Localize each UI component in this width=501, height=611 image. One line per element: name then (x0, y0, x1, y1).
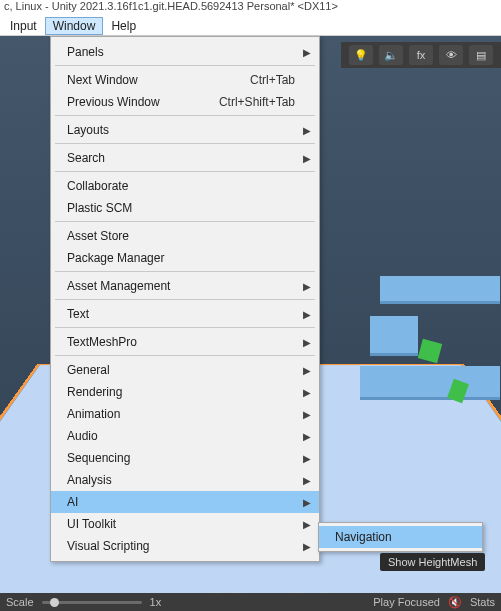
menu-item-label: AI (67, 495, 78, 509)
menu-item-ai[interactable]: AI▶ (51, 491, 319, 513)
submenu-item-navigation[interactable]: Navigation (319, 526, 482, 548)
chevron-right-icon: ▶ (303, 497, 311, 508)
menu-item-plastic-scm[interactable]: Plastic SCM (51, 197, 319, 219)
menu-item-label: Animation (67, 407, 120, 421)
menu-item-label: Panels (67, 45, 104, 59)
play-focused-button[interactable]: Play Focused (373, 596, 440, 608)
menu-item-label: Analysis (67, 473, 112, 487)
menu-item-label: Visual Scripting (67, 539, 150, 553)
mute-audio-icon[interactable]: 🔇 (448, 596, 462, 609)
menu-input[interactable]: Input (2, 17, 45, 35)
stats-button[interactable]: Stats (470, 596, 495, 608)
menu-item-analysis[interactable]: Analysis▶ (51, 469, 319, 491)
menu-item-collaborate[interactable]: Collaborate (51, 175, 319, 197)
chevron-right-icon: ▶ (303, 519, 311, 530)
menu-item-label: Rendering (67, 385, 122, 399)
audio-icon[interactable]: 🔈 (379, 45, 403, 65)
menu-bar: Input Window Help (0, 16, 501, 36)
menu-item-label: Search (67, 151, 105, 165)
chevron-right-icon: ▶ (303, 47, 311, 58)
chevron-right-icon: ▶ (303, 309, 311, 320)
chevron-right-icon: ▶ (303, 431, 311, 442)
layers-icon[interactable]: ▤ (469, 45, 493, 65)
menu-item-search[interactable]: Search▶ (51, 147, 319, 169)
menu-item-label: General (67, 363, 110, 377)
eye-icon[interactable]: 👁 (439, 45, 463, 65)
chevron-right-icon: ▶ (303, 337, 311, 348)
menu-item-rendering[interactable]: Rendering▶ (51, 381, 319, 403)
obstacle (370, 316, 418, 356)
menu-item-asset-management[interactable]: Asset Management▶ (51, 275, 319, 297)
menu-item-ui-toolkit[interactable]: UI Toolkit▶ (51, 513, 319, 535)
menu-help[interactable]: Help (103, 17, 144, 35)
menu-item-textmeshpro[interactable]: TextMeshPro▶ (51, 331, 319, 353)
menu-item-shortcut: Ctrl+Shift+Tab (219, 95, 295, 109)
menu-item-label: Package Manager (67, 251, 164, 265)
menu-item-text[interactable]: Text▶ (51, 303, 319, 325)
menu-item-layouts[interactable]: Layouts▶ (51, 119, 319, 141)
menu-item-label: Collaborate (67, 179, 128, 193)
fx-icon[interactable]: fx (409, 45, 433, 65)
ai-submenu: Navigation (318, 522, 483, 552)
menu-item-label: UI Toolkit (67, 517, 116, 531)
slider-thumb[interactable] (50, 598, 59, 607)
menu-item-panels[interactable]: Panels▶ (51, 41, 319, 63)
menu-item-audio[interactable]: Audio▶ (51, 425, 319, 447)
scene-toolbar: 💡 🔈 fx 👁 ▤ (341, 42, 501, 68)
menu-item-label: Asset Management (67, 279, 170, 293)
window-menu-dropdown: Panels▶Next WindowCtrl+TabPrevious Windo… (50, 36, 320, 562)
menu-item-label: Asset Store (67, 229, 129, 243)
tooltip: Show HeightMesh (380, 553, 485, 571)
menu-item-animation[interactable]: Animation▶ (51, 403, 319, 425)
menu-window[interactable]: Window (45, 17, 104, 35)
menu-item-previous-window[interactable]: Previous WindowCtrl+Shift+Tab (51, 91, 319, 113)
chevron-right-icon: ▶ (303, 453, 311, 464)
chevron-right-icon: ▶ (303, 153, 311, 164)
chevron-right-icon: ▶ (303, 541, 311, 552)
menu-item-visual-scripting[interactable]: Visual Scripting▶ (51, 535, 319, 557)
scale-slider[interactable] (42, 601, 142, 604)
submenu-item-label: Navigation (335, 530, 392, 544)
move-gizmo-icon (418, 339, 442, 363)
menu-item-label: Next Window (67, 73, 138, 87)
menu-item-package-manager[interactable]: Package Manager (51, 247, 319, 269)
chevron-right-icon: ▶ (303, 409, 311, 420)
obstacle (360, 366, 500, 400)
scale-label: Scale (6, 596, 34, 608)
menu-item-label: TextMeshPro (67, 335, 137, 349)
status-bar: Scale 1x Play Focused 🔇 Stats (0, 593, 501, 611)
menu-item-sequencing[interactable]: Sequencing▶ (51, 447, 319, 469)
chevron-right-icon: ▶ (303, 125, 311, 136)
chevron-right-icon: ▶ (303, 365, 311, 376)
chevron-right-icon: ▶ (303, 281, 311, 292)
menu-item-label: Plastic SCM (67, 201, 132, 215)
obstacle (380, 276, 500, 304)
lightbulb-icon[interactable]: 💡 (349, 45, 373, 65)
menu-item-next-window[interactable]: Next WindowCtrl+Tab (51, 69, 319, 91)
menu-item-label: Audio (67, 429, 98, 443)
menu-item-label: Previous Window (67, 95, 160, 109)
zoom-label: 1x (150, 596, 162, 608)
menu-item-general[interactable]: General▶ (51, 359, 319, 381)
menu-item-label: Text (67, 307, 89, 321)
menu-item-asset-store[interactable]: Asset Store (51, 225, 319, 247)
chevron-right-icon: ▶ (303, 387, 311, 398)
window-title: c, Linux - Unity 2021.3.16f1c1.git.HEAD.… (0, 0, 501, 16)
chevron-right-icon: ▶ (303, 475, 311, 486)
menu-item-label: Layouts (67, 123, 109, 137)
menu-item-shortcut: Ctrl+Tab (250, 73, 295, 87)
menu-item-label: Sequencing (67, 451, 130, 465)
